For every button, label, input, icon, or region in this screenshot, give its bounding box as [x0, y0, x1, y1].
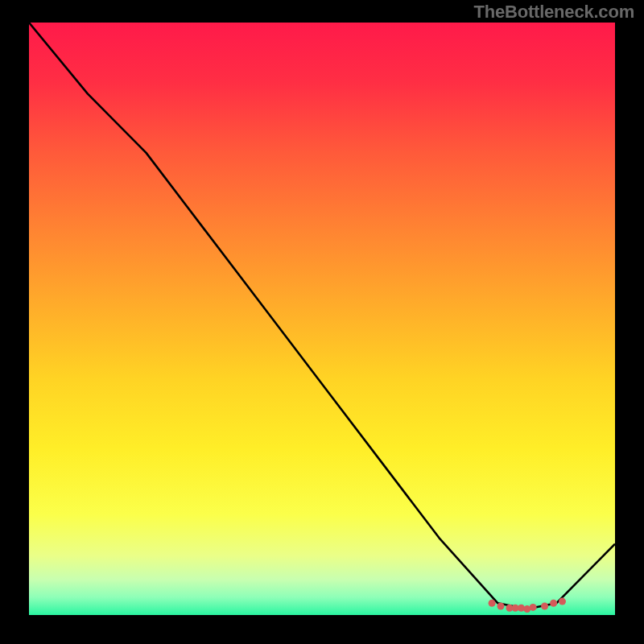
- plot-area: [29, 23, 615, 615]
- chart-container: TheBottleneck.com: [0, 0, 644, 644]
- data-marker: [559, 598, 566, 605]
- watermark-text: TheBottleneck.com: [473, 2, 634, 23]
- gradient-background: [29, 23, 615, 615]
- data-marker: [530, 604, 537, 611]
- data-marker: [497, 603, 505, 610]
- data-marker: [541, 603, 548, 610]
- chart-svg: [29, 23, 615, 615]
- data-marker: [550, 600, 557, 607]
- data-marker: [489, 600, 496, 607]
